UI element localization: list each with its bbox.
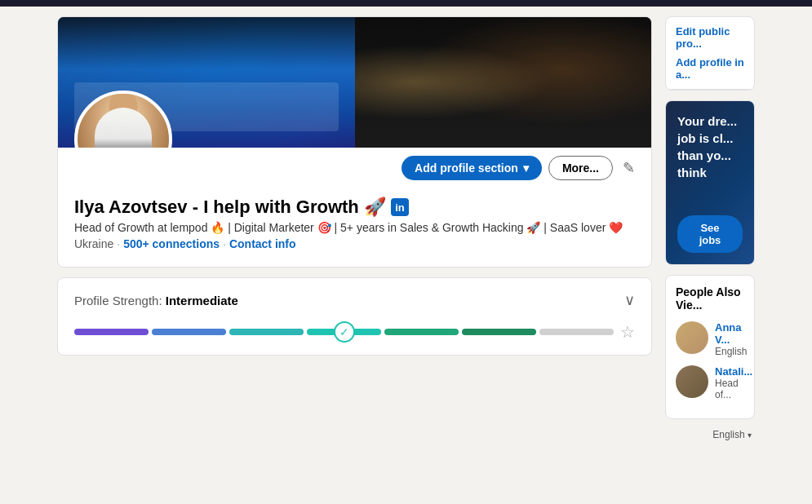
separator-2: · xyxy=(223,237,226,250)
linkedin-badge: in xyxy=(391,198,409,216)
language-selector[interactable]: English ▾ xyxy=(665,429,755,440)
separator-1: · xyxy=(117,237,120,250)
connections-link[interactable]: 500+ connections xyxy=(123,237,220,250)
location-text: Ukraine xyxy=(74,237,113,250)
strength-chevron-icon[interactable]: ∨ xyxy=(624,291,635,309)
language-label: English xyxy=(712,429,744,440)
ad-card: Your dre... job is cl... than yo... thin… xyxy=(665,100,755,265)
strength-title: Profile Strength: Intermediate xyxy=(74,294,238,307)
ad-content: Your dre... job is cl... than yo... thin… xyxy=(666,101,754,264)
contact-info-link[interactable]: Contact info xyxy=(229,237,296,250)
strength-label: Profile Strength: xyxy=(74,294,162,307)
pav-name-anna: Anna V... xyxy=(715,321,747,346)
pav-avatar-natali xyxy=(676,365,708,398)
progress-segment-2 xyxy=(152,329,226,335)
profile-actions: Add profile section ▾ More... ✎ xyxy=(402,156,638,180)
strength-level: Intermediate xyxy=(166,294,238,307)
pav-name-natali: Natali... xyxy=(715,365,752,378)
progress-segment-1 xyxy=(74,329,149,335)
check-icon: ✓ xyxy=(339,325,349,338)
pav-role-anna: English xyxy=(715,346,747,357)
cover-right-section xyxy=(355,17,652,148)
profile-name-text: Ilya Azovtsev - I help with Growth 🚀 xyxy=(74,197,386,218)
avatar-photo xyxy=(78,94,169,148)
main-column: Add profile section ▾ More... ✎ Ilya Azo… xyxy=(57,16,652,440)
progress-segment-4: ✓ xyxy=(307,329,381,335)
pav-item-anna[interactable]: Anna V... English xyxy=(676,321,744,357)
pav-item-natali[interactable]: Natali... Head of... xyxy=(676,365,744,400)
profile-info: Add profile section ▾ More... ✎ Ilya Azo… xyxy=(58,148,651,267)
more-label: More... xyxy=(562,161,599,175)
people-also-viewed-section: People Also Vie... Anna V... English Nat… xyxy=(665,275,755,419)
progress-segment-7 xyxy=(539,329,614,335)
edit-public-profile-link[interactable]: Edit public pro... xyxy=(666,17,754,53)
progress-checkmark: ✓ xyxy=(334,321,355,343)
strength-header: Profile Strength: Intermediate ∨ xyxy=(74,291,635,309)
cover-people xyxy=(355,17,652,148)
profile-strength-card: Profile Strength: Intermediate ∨ ✓ ☆ xyxy=(57,277,652,356)
sidebar-links-card: Edit public pro... Add profile in a... xyxy=(665,16,755,91)
top-bar xyxy=(0,0,812,7)
progress-bar: ✓ ☆ xyxy=(74,322,635,342)
profile-card: Add profile section ▾ More... ✎ Ilya Azo… xyxy=(57,16,652,267)
avatar-body xyxy=(95,108,152,148)
pav-info-natali: Natali... Head of... xyxy=(715,365,752,400)
right-sidebar: Edit public pro... Add profile in a... Y… xyxy=(665,16,755,440)
ad-text: Your dre... job is cl... than yo... thin… xyxy=(677,113,743,181)
add-profile-in-link[interactable]: Add profile in a... xyxy=(666,53,754,90)
language-dropdown-icon: ▾ xyxy=(748,431,752,440)
profile-headline: Head of Growth at lempod 🔥 | Digital Mar… xyxy=(74,221,635,234)
cover-photo xyxy=(58,17,651,148)
pav-avatar-anna xyxy=(676,321,708,354)
people-also-viewed-title: People Also Vie... xyxy=(676,285,744,312)
edit-profile-button[interactable]: ✎ xyxy=(619,156,638,180)
ad-line4: think xyxy=(677,164,743,181)
add-profile-section-button[interactable]: Add profile section ▾ xyxy=(402,156,542,180)
ad-line3: than yo... xyxy=(677,147,743,164)
profile-location-row: Ukraine · 500+ connections · Contact inf… xyxy=(74,237,635,250)
progress-segment-3 xyxy=(229,329,304,335)
progress-segment-5 xyxy=(384,329,459,335)
ad-line1: Your dre... xyxy=(677,113,743,130)
progress-segment-6 xyxy=(462,329,536,335)
more-button[interactable]: More... xyxy=(548,156,613,180)
ad-line2: job is cl... xyxy=(677,130,743,147)
pav-role-natali: Head of... xyxy=(715,378,752,400)
chevron-down-icon: ▾ xyxy=(523,161,529,175)
see-jobs-button[interactable]: See jobs xyxy=(677,215,743,253)
add-profile-section-label: Add profile section xyxy=(415,161,518,175)
star-icon[interactable]: ☆ xyxy=(620,322,635,342)
profile-name: Ilya Azovtsev - I help with Growth 🚀 in xyxy=(74,197,635,218)
pencil-icon: ✎ xyxy=(623,160,635,176)
pav-info-anna: Anna V... English xyxy=(715,321,747,357)
